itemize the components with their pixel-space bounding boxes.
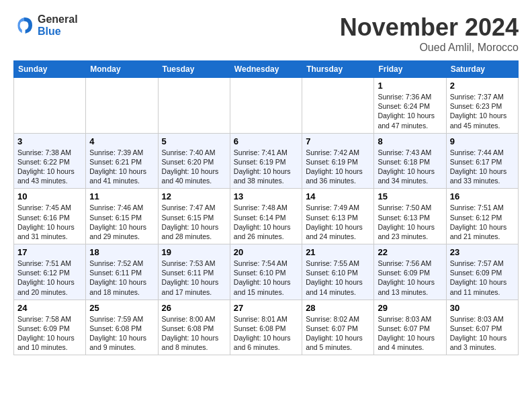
calendar-cell [86,78,158,134]
day-number: 5 [162,136,226,146]
day-info: Sunrise: 7:48 AMSunset: 6:14 PMDaylight:… [234,203,298,241]
day-number: 25 [89,303,154,313]
calendar-cell: 4Sunrise: 7:39 AMSunset: 6:21 PMDaylight… [86,133,158,189]
calendar-cell: 15Sunrise: 7:50 AMSunset: 6:13 PMDayligh… [374,189,446,244]
calendar-cell: 19Sunrise: 7:53 AMSunset: 6:11 PMDayligh… [158,244,230,300]
day-number: 6 [234,136,298,146]
calendar-cell: 26Sunrise: 8:00 AMSunset: 6:08 PMDayligh… [158,300,230,355]
day-info: Sunrise: 7:41 AMSunset: 6:19 PMDaylight:… [234,148,298,186]
calendar-cell: 10Sunrise: 7:45 AMSunset: 6:16 PMDayligh… [14,189,86,244]
day-info: Sunrise: 7:47 AMSunset: 6:15 PMDaylight:… [162,203,226,241]
day-info: Sunrise: 7:40 AMSunset: 6:20 PMDaylight:… [162,148,226,186]
calendar-cell: 24Sunrise: 7:58 AMSunset: 6:09 PMDayligh… [14,300,86,355]
calendar-body: 1Sunrise: 7:36 AMSunset: 6:24 PMDaylight… [14,78,519,355]
day-number: 12 [162,191,226,201]
calendar-cell: 16Sunrise: 7:51 AMSunset: 6:12 PMDayligh… [446,189,518,244]
day-info: Sunrise: 8:01 AMSunset: 6:08 PMDaylight:… [234,314,298,353]
day-info: Sunrise: 7:56 AMSunset: 6:09 PMDaylight:… [378,259,442,297]
calendar-cell: 8Sunrise: 7:43 AMSunset: 6:18 PMDaylight… [374,133,446,189]
day-number: 21 [306,247,370,257]
day-info: Sunrise: 7:55 AMSunset: 6:10 PMDaylight:… [306,259,370,297]
day-number: 13 [234,191,298,201]
day-info: Sunrise: 8:03 AMSunset: 6:07 PMDaylight:… [450,314,515,353]
day-number: 8 [378,136,442,146]
day-number: 19 [162,247,226,257]
calendar-cell: 13Sunrise: 7:48 AMSunset: 6:14 PMDayligh… [230,189,302,244]
logo-general-text: General [38,13,78,26]
day-number: 2 [450,81,515,91]
day-number: 10 [17,191,82,201]
day-info: Sunrise: 7:59 AMSunset: 6:08 PMDaylight:… [89,314,154,353]
weekday-header-sunday: Sunday [14,61,86,78]
day-info: Sunrise: 7:51 AMSunset: 6:12 PMDaylight:… [17,259,82,297]
day-number: 4 [89,136,154,146]
day-number: 20 [234,247,298,257]
weekday-header-saturday: Saturday [446,61,518,78]
calendar-cell: 30Sunrise: 8:03 AMSunset: 6:07 PMDayligh… [446,300,518,355]
week-row-2: 3Sunrise: 7:38 AMSunset: 6:22 PMDaylight… [14,133,519,189]
logo: General Blue [13,13,78,37]
week-row-5: 24Sunrise: 7:58 AMSunset: 6:09 PMDayligh… [14,300,519,355]
calendar-cell: 21Sunrise: 7:55 AMSunset: 6:10 PMDayligh… [302,244,374,300]
day-info: Sunrise: 7:52 AMSunset: 6:11 PMDaylight:… [89,259,154,297]
calendar-cell: 11Sunrise: 7:46 AMSunset: 6:15 PMDayligh… [86,189,158,244]
day-number: 22 [378,247,442,257]
calendar-cell: 23Sunrise: 7:57 AMSunset: 6:09 PMDayligh… [446,244,518,300]
day-number: 14 [306,191,370,201]
calendar-cell: 17Sunrise: 7:51 AMSunset: 6:12 PMDayligh… [14,244,86,300]
calendar-cell: 25Sunrise: 7:59 AMSunset: 6:08 PMDayligh… [86,300,158,355]
day-info: Sunrise: 7:36 AMSunset: 6:24 PMDaylight:… [378,92,442,130]
week-row-1: 1Sunrise: 7:36 AMSunset: 6:24 PMDaylight… [14,78,519,134]
day-number: 3 [17,136,82,146]
day-number: 27 [234,303,298,313]
month-title: November 2024 [340,13,519,42]
day-info: Sunrise: 8:00 AMSunset: 6:08 PMDaylight:… [162,314,226,353]
calendar-cell: 20Sunrise: 7:54 AMSunset: 6:10 PMDayligh… [230,244,302,300]
day-info: Sunrise: 7:54 AMSunset: 6:10 PMDaylight:… [234,259,298,297]
calendar-cell [158,78,230,134]
day-number: 16 [450,191,515,201]
day-info: Sunrise: 7:53 AMSunset: 6:11 PMDaylight:… [162,259,226,297]
day-number: 9 [450,136,515,146]
day-info: Sunrise: 7:58 AMSunset: 6:09 PMDaylight:… [17,314,82,353]
location: Oued Amlil, Morocco [340,42,519,54]
weekday-header-thursday: Thursday [302,61,374,78]
calendar-header: SundayMondayTuesdayWednesdayThursdayFrid… [14,61,519,78]
day-number: 29 [378,303,442,313]
day-number: 23 [450,247,515,257]
day-number: 30 [450,303,515,313]
day-info: Sunrise: 7:38 AMSunset: 6:22 PMDaylight:… [17,148,82,186]
day-info: Sunrise: 7:46 AMSunset: 6:15 PMDaylight:… [89,203,154,241]
day-info: Sunrise: 7:43 AMSunset: 6:18 PMDaylight:… [378,148,442,186]
logo-blue-text: Blue [38,26,78,38]
day-number: 26 [162,303,226,313]
calendar-cell [230,78,302,134]
calendar-cell: 27Sunrise: 8:01 AMSunset: 6:08 PMDayligh… [230,300,302,355]
calendar-cell: 7Sunrise: 7:42 AMSunset: 6:19 PMDaylight… [302,133,374,189]
calendar-cell: 22Sunrise: 7:56 AMSunset: 6:09 PMDayligh… [374,244,446,300]
calendar-cell: 2Sunrise: 7:37 AMSunset: 6:23 PMDaylight… [446,78,518,134]
calendar-cell: 1Sunrise: 7:36 AMSunset: 6:24 PMDaylight… [374,78,446,134]
day-number: 18 [89,247,154,257]
day-info: Sunrise: 7:37 AMSunset: 6:23 PMDaylight:… [450,92,515,130]
day-info: Sunrise: 7:42 AMSunset: 6:19 PMDaylight:… [306,148,370,186]
calendar-cell: 3Sunrise: 7:38 AMSunset: 6:22 PMDaylight… [14,133,86,189]
day-info: Sunrise: 7:49 AMSunset: 6:13 PMDaylight:… [306,203,370,241]
calendar-cell: 18Sunrise: 7:52 AMSunset: 6:11 PMDayligh… [86,244,158,300]
calendar-cell: 5Sunrise: 7:40 AMSunset: 6:20 PMDaylight… [158,133,230,189]
week-row-3: 10Sunrise: 7:45 AMSunset: 6:16 PMDayligh… [14,189,519,244]
day-info: Sunrise: 7:45 AMSunset: 6:16 PMDaylight:… [17,203,82,241]
weekday-row: SundayMondayTuesdayWednesdayThursdayFrid… [14,61,519,78]
calendar-cell: 6Sunrise: 7:41 AMSunset: 6:19 PMDaylight… [230,133,302,189]
day-number: 24 [17,303,82,313]
page-header: General Blue November 2024 Oued Amlil, M… [13,13,519,54]
day-info: Sunrise: 7:50 AMSunset: 6:13 PMDaylight:… [378,203,442,241]
day-number: 15 [378,191,442,201]
day-info: Sunrise: 8:03 AMSunset: 6:07 PMDaylight:… [378,314,442,353]
calendar-cell: 9Sunrise: 7:44 AMSunset: 6:17 PMDaylight… [446,133,518,189]
day-number: 17 [17,247,82,257]
day-number: 7 [306,136,370,146]
day-info: Sunrise: 8:02 AMSunset: 6:07 PMDaylight:… [306,314,370,353]
calendar-cell [302,78,374,134]
day-info: Sunrise: 7:39 AMSunset: 6:21 PMDaylight:… [89,148,154,186]
